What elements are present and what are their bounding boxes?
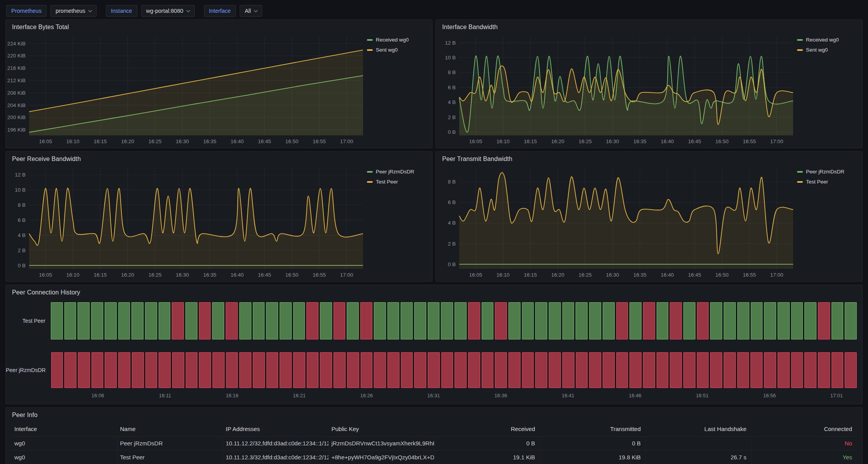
- status-bar-disconnected[interactable]: [105, 352, 117, 388]
- interface-bytes-total-chart[interactable]: 16:0516:1016:1516:2016:2516:3016:3516:40…: [6, 31, 365, 146]
- status-bar-connected[interactable]: [778, 302, 790, 339]
- status-bar-disconnected[interactable]: [132, 352, 144, 388]
- status-bar-connected[interactable]: [105, 302, 117, 339]
- status-bar-connected[interactable]: [791, 302, 803, 339]
- status-bar-disconnected[interactable]: [361, 352, 373, 388]
- status-bar-disconnected[interactable]: [334, 302, 346, 339]
- status-bar-connected[interactable]: [185, 302, 197, 339]
- status-bar-disconnected[interactable]: [347, 352, 359, 388]
- panel-title[interactable]: Peer Transmit Bandwidth: [436, 152, 862, 163]
- legend-item[interactable]: Sent wg0: [797, 47, 858, 53]
- status-bar-disconnected[interactable]: [603, 352, 615, 388]
- status-bar-disconnected[interactable]: [387, 352, 399, 388]
- status-bar-disconnected[interactable]: [482, 352, 494, 388]
- table-header-transmitted[interactable]: Transmitted: [540, 421, 646, 436]
- status-bar-connected[interactable]: [253, 302, 265, 339]
- peer-transmit-bandwidth-chart[interactable]: 16:0516:1016:1516:2016:2516:3016:3516:40…: [436, 163, 795, 280]
- status-bar-connected[interactable]: [576, 302, 588, 339]
- status-bar-connected[interactable]: [482, 302, 494, 339]
- status-bar-disconnected[interactable]: [576, 352, 588, 388]
- status-bar-disconnected[interactable]: [414, 352, 426, 388]
- status-bar-connected[interactable]: [562, 302, 574, 339]
- status-bar-connected[interactable]: [387, 302, 399, 339]
- legend-item[interactable]: Received wg0: [797, 37, 858, 43]
- status-bar-connected[interactable]: [657, 302, 669, 339]
- status-bar-disconnected[interactable]: [832, 352, 844, 388]
- status-bar-connected[interactable]: [589, 302, 601, 339]
- status-bar-connected[interactable]: [145, 302, 157, 339]
- status-bar-disconnected[interactable]: [845, 352, 857, 388]
- status-bar-disconnected[interactable]: [468, 352, 480, 388]
- table-header-last-handshake[interactable]: Last Handshake: [645, 421, 751, 436]
- status-bar-disconnected[interactable]: [226, 302, 238, 339]
- table-header-public-key[interactable]: Public Key: [329, 421, 434, 436]
- status-bar-disconnected[interactable]: [697, 352, 709, 388]
- status-bar-connected[interactable]: [280, 302, 292, 339]
- status-bar-connected[interactable]: [64, 302, 76, 339]
- status-bar-disconnected[interactable]: [213, 352, 225, 388]
- status-bar-disconnected[interactable]: [616, 352, 628, 388]
- status-bar-disconnected[interactable]: [589, 352, 601, 388]
- status-bar-disconnected[interactable]: [549, 352, 561, 388]
- table-header-ip-addresses[interactable]: IP Addresses: [223, 421, 329, 436]
- legend-item[interactable]: Test Peer: [797, 179, 858, 185]
- status-bar-disconnected[interactable]: [159, 352, 171, 388]
- status-bar-connected[interactable]: [710, 302, 722, 339]
- status-bar-connected[interactable]: [239, 302, 251, 339]
- status-bar-disconnected[interactable]: [562, 352, 574, 388]
- status-bar-disconnected[interactable]: [360, 302, 372, 339]
- status-bar-connected[interactable]: [832, 302, 844, 339]
- status-bar-disconnected[interactable]: [307, 352, 319, 388]
- status-bar-connected[interactable]: [401, 302, 413, 339]
- status-bar-disconnected[interactable]: [737, 352, 749, 388]
- status-bar-connected[interactable]: [159, 302, 171, 339]
- status-bar-connected[interactable]: [508, 302, 520, 339]
- status-bar-connected[interactable]: [118, 302, 130, 339]
- status-bar-disconnected[interactable]: [199, 302, 211, 339]
- status-bar-disconnected[interactable]: [118, 352, 130, 388]
- legend-item[interactable]: Sent wg0: [367, 47, 428, 53]
- status-bar-disconnected[interactable]: [172, 302, 184, 339]
- status-bar-disconnected[interactable]: [670, 302, 682, 339]
- status-bar-disconnected[interactable]: [253, 352, 265, 388]
- status-bar-connected[interactable]: [293, 302, 305, 339]
- status-bar-disconnected[interactable]: [468, 302, 480, 339]
- status-bar-disconnected[interactable]: [320, 352, 332, 388]
- status-bar-disconnected[interactable]: [172, 352, 184, 388]
- legend-item[interactable]: Peer jRzmDsDR: [797, 169, 858, 175]
- status-bar-connected[interactable]: [603, 302, 615, 339]
- status-bar-disconnected[interactable]: [616, 302, 628, 339]
- status-bar-disconnected[interactable]: [697, 302, 709, 339]
- status-bar-connected[interactable]: [522, 302, 534, 339]
- status-bar-connected[interactable]: [78, 302, 90, 339]
- status-bar-disconnected[interactable]: [186, 352, 198, 388]
- status-bar-disconnected[interactable]: [266, 352, 278, 388]
- status-bar-disconnected[interactable]: [683, 352, 695, 388]
- status-history-chart[interactable]: Test PeerPeer jRzmDsDR16:0616:1116:1616:…: [6, 297, 862, 400]
- status-bar-disconnected[interactable]: [51, 352, 63, 388]
- status-bar-disconnected[interactable]: [657, 352, 669, 388]
- status-bar-disconnected[interactable]: [750, 352, 763, 388]
- table-header-connected[interactable]: Connected: [751, 421, 857, 436]
- status-bar-disconnected[interactable]: [92, 352, 104, 388]
- status-bar-disconnected[interactable]: [441, 352, 453, 388]
- table-header-received[interactable]: Received: [434, 421, 540, 436]
- status-bar-connected[interactable]: [535, 302, 547, 339]
- status-bar-connected[interactable]: [414, 302, 426, 339]
- status-bar-disconnected[interactable]: [643, 302, 655, 339]
- interface-bandwidth-chart[interactable]: 16:0516:1016:1516:2016:2516:3016:3516:40…: [436, 31, 795, 146]
- legend-item[interactable]: Received wg0: [367, 37, 428, 43]
- status-bar-disconnected[interactable]: [64, 352, 76, 388]
- status-bar-disconnected[interactable]: [78, 352, 90, 388]
- status-bar-disconnected[interactable]: [535, 352, 547, 388]
- status-bar-connected[interactable]: [347, 302, 359, 339]
- status-bar-connected[interactable]: [549, 302, 561, 339]
- status-bar-disconnected[interactable]: [643, 352, 655, 388]
- status-bar-disconnected[interactable]: [239, 352, 251, 388]
- status-bar-disconnected[interactable]: [145, 352, 157, 388]
- status-bar-connected[interactable]: [131, 302, 144, 339]
- panel-title[interactable]: Interface Bandwidth: [436, 20, 862, 31]
- status-bar-disconnected[interactable]: [629, 352, 641, 388]
- status-bar-disconnected[interactable]: [764, 352, 776, 388]
- status-bar-disconnected[interactable]: [374, 352, 386, 388]
